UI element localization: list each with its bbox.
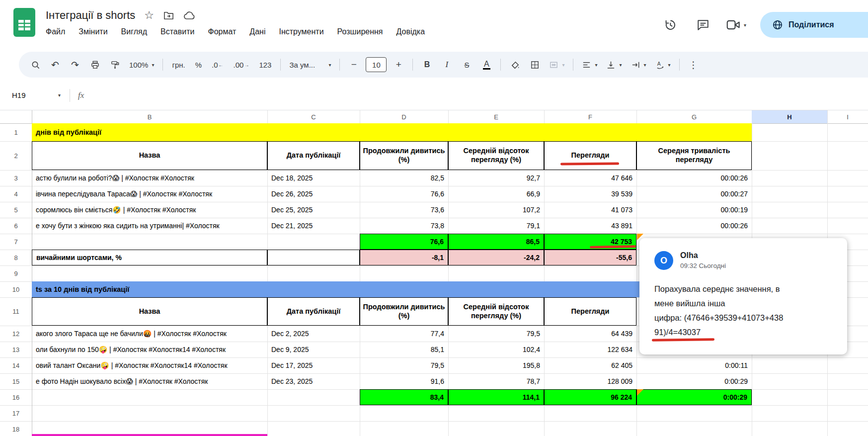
cell-G4[interactable]: 00:00:27 [636, 186, 752, 202]
cell-B14[interactable]: овий талант Оксани🤪 | #Холостяк #Холостя… [32, 357, 267, 373]
cell-C6[interactable]: Dec 21, 2025 [267, 218, 360, 234]
cell-F2[interactable]: Перегляди [544, 141, 636, 170]
fill-color-icon[interactable] [505, 55, 524, 74]
row-header-14[interactable]: 14 [0, 357, 32, 373]
cell-E3[interactable]: 92,7 [448, 170, 544, 186]
column-header-H-selected[interactable]: H [752, 110, 827, 123]
row-header-3[interactable]: 3 [0, 170, 32, 186]
cell-C4[interactable]: Dec 26, 2025 [267, 186, 360, 202]
cell-D11[interactable]: Продовжили дивитись (%) [360, 297, 448, 326]
cell-F3[interactable]: 47 646 [544, 170, 636, 186]
text-wrap-button[interactable]: ▾ [627, 55, 650, 74]
row-header-4[interactable]: 4 [0, 186, 32, 202]
column-header-F[interactable]: F [544, 110, 636, 123]
cell-G2[interactable]: Середня тривалість перегляду [636, 141, 752, 170]
menu-extensions[interactable]: Розширення [337, 27, 383, 36]
row-header-13[interactable]: 13 [0, 342, 32, 357]
text-color-button[interactable]: A [477, 55, 496, 74]
row-header-5[interactable]: 5 [0, 202, 32, 218]
cell-D15[interactable]: 91,6 [360, 373, 448, 389]
cell-F12[interactable]: 64 439 [544, 326, 636, 342]
horizontal-align-button[interactable]: ▾ [578, 55, 601, 74]
menu-view[interactable]: Вигляд [121, 27, 147, 36]
merge-cells-button[interactable]: ▾ [545, 55, 568, 74]
column-header-E[interactable]: E [448, 110, 544, 123]
more-options-icon[interactable]: ⋮ [684, 55, 703, 74]
paint-format-icon[interactable] [105, 55, 124, 74]
cell-E15[interactable]: 78,7 [448, 373, 544, 389]
column-header-D[interactable]: D [360, 110, 448, 123]
zoom-select[interactable]: 100% ▾ [125, 55, 158, 74]
video-call-button[interactable]: ▾ [726, 15, 746, 34]
sheets-logo-icon[interactable] [13, 7, 36, 37]
print-icon[interactable] [85, 55, 104, 74]
text-rotation-button[interactable]: A ▾ [651, 55, 675, 74]
menu-tools[interactable]: Інструменти [279, 27, 323, 36]
version-history-icon[interactable] [661, 15, 680, 34]
menu-edit[interactable]: Змінити [79, 27, 107, 36]
cell-F15[interactable]: 128 009 [544, 373, 636, 389]
cell-B3[interactable]: астю булили на роботі?😱 | #Холостяк #Хол… [32, 170, 267, 186]
move-folder-icon[interactable] [163, 10, 174, 21]
cell-D8[interactable]: -8,1 [360, 250, 448, 265]
cell-E4[interactable]: 66,9 [448, 186, 544, 202]
bold-button[interactable]: B [417, 55, 436, 74]
row-header-12[interactable]: 12 [0, 326, 32, 342]
cell-D2[interactable]: Продовжили дивитись (%) [360, 141, 448, 170]
row-header-7[interactable]: 7 [0, 234, 32, 250]
menu-file[interactable]: Файл [46, 27, 65, 36]
cell-E8[interactable]: -24,2 [448, 250, 544, 265]
cell-C11[interactable]: Дата публікації [267, 297, 360, 326]
row-header-2[interactable]: 2 [0, 141, 32, 170]
cell-G6[interactable]: 00:00:26 [636, 218, 752, 234]
column-header-I[interactable]: I [827, 110, 868, 123]
cell-F11[interactable]: Перегляди [544, 297, 636, 326]
redo-icon[interactable]: ↷ [66, 55, 84, 74]
percent-format-button[interactable]: % [191, 55, 206, 74]
row-header-8[interactable]: 8 [0, 250, 32, 265]
cell-E5[interactable]: 107,2 [448, 202, 544, 218]
share-button[interactable]: Поділитися [760, 12, 868, 38]
borders-icon[interactable] [525, 55, 544, 74]
row-header-9[interactable]: 9 [0, 265, 32, 281]
cell-E11[interactable]: Середній відсоток перегляду (%) [448, 297, 544, 326]
section1-title-cell[interactable]: днів від публікації [32, 123, 752, 141]
cell-C12[interactable]: Dec 2, 2025 [267, 326, 360, 342]
cell-E6[interactable]: 79,1 [448, 218, 544, 234]
cell-F8[interactable]: -55,6 [544, 250, 636, 265]
cell-F5[interactable]: 41 073 [544, 202, 636, 218]
formula-input[interactable] [94, 81, 868, 110]
cell-F14[interactable]: 62 405 [544, 357, 636, 373]
column-header-C[interactable]: C [267, 110, 360, 123]
cell-B11[interactable]: Назва [32, 297, 267, 326]
cell-E7[interactable]: 86,5 [448, 234, 544, 250]
cell-B12[interactable]: акого злого Тараса ще не бачили🤬 | #Холо… [32, 326, 267, 342]
cell-E2[interactable]: Середній відсоток перегляду (%) [448, 141, 544, 170]
cell-B8[interactable]: вичайними шортсами, % [32, 250, 267, 265]
cell-D4[interactable]: 76,6 [360, 186, 448, 202]
row-header-6[interactable]: 6 [0, 218, 32, 234]
menu-insert[interactable]: Вставити [160, 27, 194, 36]
cell-D13[interactable]: 85,1 [360, 342, 448, 357]
cell-C14[interactable]: Dec 17, 2025 [267, 357, 360, 373]
cell-D12[interactable]: 77,4 [360, 326, 448, 342]
cell-D14[interactable]: 79,5 [360, 357, 448, 373]
cell-F13[interactable]: 122 634 [544, 342, 636, 357]
cell-D3[interactable]: 82,5 [360, 170, 448, 186]
row-header-17[interactable]: 17 [0, 405, 32, 421]
column-header-G[interactable]: G [636, 110, 752, 123]
row-header-10[interactable]: 10 [0, 281, 32, 297]
cell-C15[interactable]: Dec 23, 2025 [267, 373, 360, 389]
cell-D16[interactable]: 83,4 [360, 389, 448, 405]
name-box[interactable]: H19 ▾ [0, 91, 61, 99]
row-header-18[interactable]: 18 [0, 421, 32, 436]
cell-E12[interactable]: 79,5 [448, 326, 544, 342]
menu-help[interactable]: Довідка [396, 27, 425, 36]
menu-data[interactable]: Дані [249, 27, 265, 36]
undo-icon[interactable]: ↶ [46, 55, 65, 74]
strikethrough-button[interactable]: S [457, 55, 476, 74]
search-icon[interactable] [26, 55, 45, 74]
row-header-11[interactable]: 11 [0, 297, 32, 326]
cell-E13[interactable]: 102,4 [448, 342, 544, 357]
cell-F6[interactable]: 43 891 [544, 218, 636, 234]
